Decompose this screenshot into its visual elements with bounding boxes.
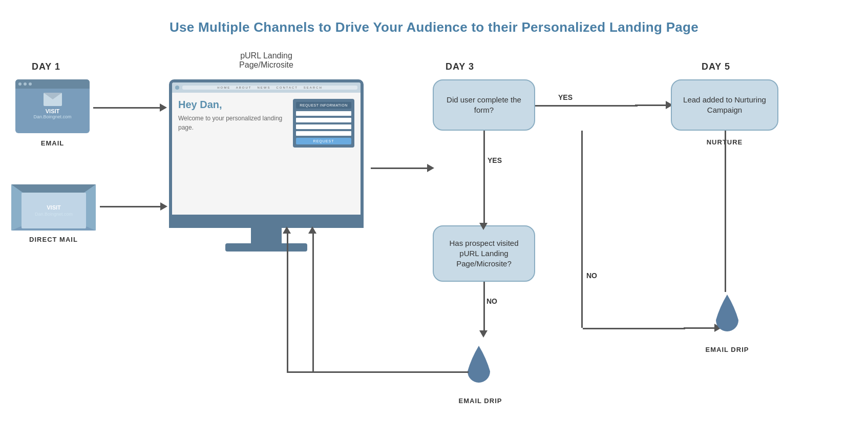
monitor-to-decision-arrow	[371, 164, 434, 172]
form-title: REQUEST INFORMATION	[296, 102, 351, 109]
question1-box: Did user complete the form?	[433, 79, 535, 131]
question1-text: Did user complete the form?	[442, 95, 526, 116]
screen-hey: Hey Dan,	[178, 99, 288, 111]
main-container: Use Multiple Channels to Drive Your Audi…	[0, 0, 868, 440]
right-vert-line	[581, 131, 583, 328]
arrow-head-down	[479, 223, 488, 230]
email-box-content: VISIT Dan.Boingnet.com	[15, 89, 90, 119]
q2-no-line	[483, 282, 485, 333]
email-url-text: Dan.Boingnet.com	[33, 114, 71, 119]
arrow-head	[160, 202, 167, 211]
day5-vert-line	[725, 131, 726, 292]
question2-text: Has prospect visited pURL Landing Page/M…	[442, 238, 526, 269]
day3-label: DAY 3	[446, 61, 474, 72]
screen-nav: HOME ABOUT NEWS CONTACT SEARCH	[172, 82, 361, 93]
email-titlebar	[15, 79, 90, 89]
email-box: VISIT Dan.Boingnet.com	[15, 79, 90, 133]
arrow-line	[371, 167, 427, 169]
no-label-right: NO	[586, 271, 597, 280]
feedback-arrow-up-left	[283, 226, 291, 234]
nav-bar: HOME ABOUT NEWS CONTACT SEARCH	[182, 86, 357, 90]
arrow-line	[100, 206, 160, 207]
form-btn[interactable]: REQUEST	[296, 138, 351, 144]
nav-dot	[175, 86, 179, 90]
arrow-line	[635, 104, 666, 106]
dm-visit-text: VISIT	[47, 204, 61, 211]
nurture-text: Lead added to Nurturing Campaign	[680, 95, 769, 116]
feedback-v-line-right	[312, 233, 314, 373]
eb-dot3	[29, 82, 32, 86]
bottom-connect-line	[287, 371, 469, 373]
yes-to-nurture-arrow	[635, 101, 673, 109]
q1-q2-arrow-down	[479, 223, 488, 230]
feedback-arrow-up-right	[308, 226, 316, 234]
question2-box: Has prospect visited pURL Landing Page/M…	[433, 225, 535, 282]
form-field-2	[296, 118, 351, 122]
envelope-small-icon	[44, 93, 62, 106]
dm-to-monitor-arrow	[100, 202, 167, 211]
no-label-down: NO	[486, 297, 497, 305]
day5-label: DAY 5	[702, 61, 730, 72]
screen-text-area: Hey Dan, Welcome to your personalized la…	[178, 99, 288, 148]
day1-label: DAY 1	[32, 61, 60, 72]
diagram: DAY 1 VISIT Dan.Boingnet.com EMAIL	[0, 51, 868, 435]
email-to-monitor-arrow	[93, 103, 167, 112]
feedback-v-line-left	[287, 233, 288, 373]
email-visit-text: VISIT	[46, 108, 60, 114]
arrow-line	[93, 107, 160, 109]
email-drip-label-day5: EMAIL DRIP	[696, 346, 758, 353]
arrow-head-down	[479, 330, 488, 338]
q1-to-q2-line	[483, 131, 485, 225]
monitor-screen: HOME ABOUT NEWS CONTACT SEARCH Hey Dan, …	[169, 79, 364, 218]
screen-inner: HOME ABOUT NEWS CONTACT SEARCH Hey Dan, …	[172, 82, 361, 215]
yes-label-right: YES	[558, 93, 573, 101]
eb-dot2	[24, 82, 27, 86]
monitor-label: pURL Landing Page/Microsite	[169, 51, 364, 70]
dm-url-text: Dan.Boingnet.com	[35, 212, 73, 217]
monitor-body: HOME ABOUT NEWS CONTACT SEARCH Hey Dan, …	[169, 79, 364, 252]
eb-dot1	[18, 82, 22, 86]
screen-form: REQUEST INFORMATION REQUEST	[293, 99, 354, 148]
envelope-inner: VISIT Dan.Boingnet.com	[22, 193, 86, 228]
screen-body: Welcome to your personalized landing pag…	[178, 114, 288, 132]
monitor-neck	[251, 228, 282, 243]
no-to-email-drip-line	[583, 328, 685, 329]
screen-content: Hey Dan, Welcome to your personalized la…	[172, 93, 361, 154]
q2-down-arrow	[479, 330, 488, 338]
email-drip-drop-middle	[458, 343, 499, 394]
form-field-3	[296, 124, 351, 129]
email-drip-label-middle: EMAIL DRIP	[450, 397, 511, 405]
page-title: Use Multiple Channels to Drive Your Audi…	[0, 0, 868, 35]
direct-mail-envelope: VISIT Dan.Boingnet.com	[11, 169, 96, 231]
nurture-box: Lead added to Nurturing Campaign	[671, 79, 778, 131]
arrow-head	[427, 164, 434, 172]
yes-h-line	[535, 105, 638, 107]
arrow-head-up	[308, 226, 316, 234]
arrow-head-up	[283, 226, 291, 234]
direct-mail-label: DIRECT MAIL	[11, 236, 96, 243]
form-field-1	[296, 111, 351, 116]
arrow-head	[160, 103, 167, 112]
monitor-stand	[169, 218, 364, 228]
monitor: HOME ABOUT NEWS CONTACT SEARCH Hey Dan, …	[169, 79, 364, 252]
monitor-base	[225, 243, 307, 252]
nav-items: HOME ABOUT NEWS CONTACT SEARCH	[217, 86, 323, 89]
form-field-4	[296, 131, 351, 136]
yes-label-up: YES	[488, 156, 502, 164]
email-label: EMAIL	[15, 139, 90, 147]
email-drip-drop-day5	[707, 292, 748, 343]
